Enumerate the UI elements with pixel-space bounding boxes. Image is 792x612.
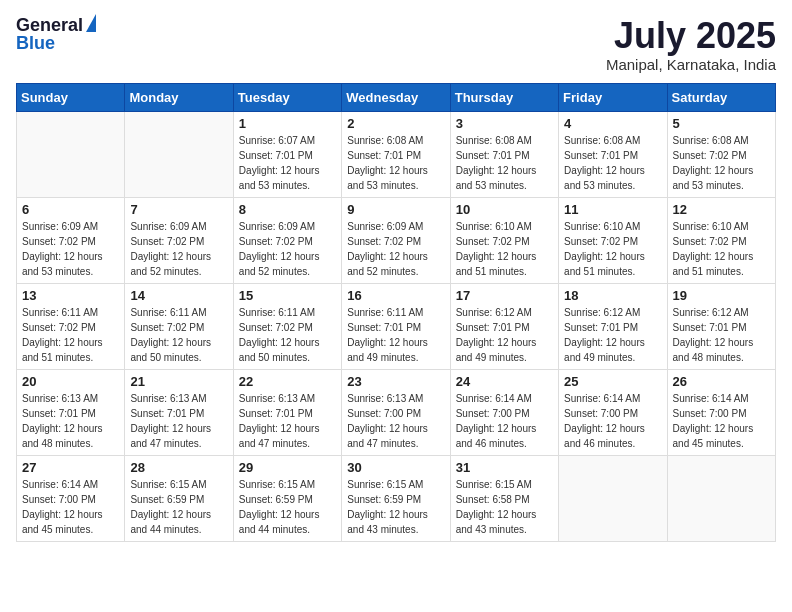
day-number: 13 <box>22 288 119 303</box>
day-detail: Sunrise: 6:14 AM Sunset: 7:00 PM Dayligh… <box>22 477 119 537</box>
day-detail: Sunrise: 6:13 AM Sunset: 7:00 PM Dayligh… <box>347 391 444 451</box>
day-detail: Sunrise: 6:08 AM Sunset: 7:01 PM Dayligh… <box>456 133 553 193</box>
day-detail: Sunrise: 6:14 AM Sunset: 7:00 PM Dayligh… <box>673 391 770 451</box>
day-detail: Sunrise: 6:11 AM Sunset: 7:01 PM Dayligh… <box>347 305 444 365</box>
calendar-cell: 12Sunrise: 6:10 AM Sunset: 7:02 PM Dayli… <box>667 197 775 283</box>
day-detail: Sunrise: 6:09 AM Sunset: 7:02 PM Dayligh… <box>130 219 227 279</box>
calendar-cell: 16Sunrise: 6:11 AM Sunset: 7:01 PM Dayli… <box>342 283 450 369</box>
calendar-cell: 6Sunrise: 6:09 AM Sunset: 7:02 PM Daylig… <box>17 197 125 283</box>
logo-blue-text: Blue <box>16 34 55 52</box>
calendar-cell: 5Sunrise: 6:08 AM Sunset: 7:02 PM Daylig… <box>667 111 775 197</box>
weekday-header-thursday: Thursday <box>450 83 558 111</box>
calendar-cell: 11Sunrise: 6:10 AM Sunset: 7:02 PM Dayli… <box>559 197 667 283</box>
day-number: 9 <box>347 202 444 217</box>
calendar-cell: 19Sunrise: 6:12 AM Sunset: 7:01 PM Dayli… <box>667 283 775 369</box>
calendar-cell <box>125 111 233 197</box>
day-detail: Sunrise: 6:08 AM Sunset: 7:02 PM Dayligh… <box>673 133 770 193</box>
day-number: 11 <box>564 202 661 217</box>
day-number: 25 <box>564 374 661 389</box>
calendar-cell: 15Sunrise: 6:11 AM Sunset: 7:02 PM Dayli… <box>233 283 341 369</box>
logo: General Blue <box>16 16 96 52</box>
calendar-cell: 14Sunrise: 6:11 AM Sunset: 7:02 PM Dayli… <box>125 283 233 369</box>
calendar-cell: 9Sunrise: 6:09 AM Sunset: 7:02 PM Daylig… <box>342 197 450 283</box>
day-detail: Sunrise: 6:08 AM Sunset: 7:01 PM Dayligh… <box>564 133 661 193</box>
week-row-2: 6Sunrise: 6:09 AM Sunset: 7:02 PM Daylig… <box>17 197 776 283</box>
calendar-cell: 2Sunrise: 6:08 AM Sunset: 7:01 PM Daylig… <box>342 111 450 197</box>
day-detail: Sunrise: 6:11 AM Sunset: 7:02 PM Dayligh… <box>22 305 119 365</box>
day-detail: Sunrise: 6:10 AM Sunset: 7:02 PM Dayligh… <box>456 219 553 279</box>
day-number: 27 <box>22 460 119 475</box>
calendar-cell: 13Sunrise: 6:11 AM Sunset: 7:02 PM Dayli… <box>17 283 125 369</box>
calendar-cell: 8Sunrise: 6:09 AM Sunset: 7:02 PM Daylig… <box>233 197 341 283</box>
weekday-header-tuesday: Tuesday <box>233 83 341 111</box>
calendar-table: SundayMondayTuesdayWednesdayThursdayFrid… <box>16 83 776 542</box>
weekday-header-monday: Monday <box>125 83 233 111</box>
calendar-cell: 25Sunrise: 6:14 AM Sunset: 7:00 PM Dayli… <box>559 369 667 455</box>
day-number: 20 <box>22 374 119 389</box>
day-number: 4 <box>564 116 661 131</box>
calendar-header: SundayMondayTuesdayWednesdayThursdayFrid… <box>17 83 776 111</box>
calendar-cell <box>559 455 667 541</box>
day-number: 10 <box>456 202 553 217</box>
day-number: 24 <box>456 374 553 389</box>
calendar-cell <box>667 455 775 541</box>
week-row-4: 20Sunrise: 6:13 AM Sunset: 7:01 PM Dayli… <box>17 369 776 455</box>
day-detail: Sunrise: 6:10 AM Sunset: 7:02 PM Dayligh… <box>673 219 770 279</box>
weekday-header-sunday: Sunday <box>17 83 125 111</box>
calendar-cell: 20Sunrise: 6:13 AM Sunset: 7:01 PM Dayli… <box>17 369 125 455</box>
weekday-header-wednesday: Wednesday <box>342 83 450 111</box>
day-detail: Sunrise: 6:15 AM Sunset: 6:59 PM Dayligh… <box>239 477 336 537</box>
day-number: 17 <box>456 288 553 303</box>
day-detail: Sunrise: 6:07 AM Sunset: 7:01 PM Dayligh… <box>239 133 336 193</box>
day-number: 30 <box>347 460 444 475</box>
day-number: 22 <box>239 374 336 389</box>
calendar-cell: 21Sunrise: 6:13 AM Sunset: 7:01 PM Dayli… <box>125 369 233 455</box>
calendar-cell: 17Sunrise: 6:12 AM Sunset: 7:01 PM Dayli… <box>450 283 558 369</box>
week-row-1: 1Sunrise: 6:07 AM Sunset: 7:01 PM Daylig… <box>17 111 776 197</box>
day-detail: Sunrise: 6:10 AM Sunset: 7:02 PM Dayligh… <box>564 219 661 279</box>
day-detail: Sunrise: 6:14 AM Sunset: 7:00 PM Dayligh… <box>456 391 553 451</box>
calendar-cell: 10Sunrise: 6:10 AM Sunset: 7:02 PM Dayli… <box>450 197 558 283</box>
day-detail: Sunrise: 6:12 AM Sunset: 7:01 PM Dayligh… <box>673 305 770 365</box>
calendar-cell: 26Sunrise: 6:14 AM Sunset: 7:00 PM Dayli… <box>667 369 775 455</box>
day-number: 12 <box>673 202 770 217</box>
day-number: 23 <box>347 374 444 389</box>
location-text: Manipal, Karnataka, India <box>606 56 776 73</box>
week-row-3: 13Sunrise: 6:11 AM Sunset: 7:02 PM Dayli… <box>17 283 776 369</box>
weekday-row: SundayMondayTuesdayWednesdayThursdayFrid… <box>17 83 776 111</box>
calendar-cell: 1Sunrise: 6:07 AM Sunset: 7:01 PM Daylig… <box>233 111 341 197</box>
day-number: 19 <box>673 288 770 303</box>
day-number: 21 <box>130 374 227 389</box>
day-detail: Sunrise: 6:13 AM Sunset: 7:01 PM Dayligh… <box>22 391 119 451</box>
logo-triangle-icon <box>86 14 96 32</box>
calendar-cell <box>17 111 125 197</box>
day-detail: Sunrise: 6:11 AM Sunset: 7:02 PM Dayligh… <box>130 305 227 365</box>
day-number: 3 <box>456 116 553 131</box>
calendar-cell: 23Sunrise: 6:13 AM Sunset: 7:00 PM Dayli… <box>342 369 450 455</box>
day-number: 6 <box>22 202 119 217</box>
page-header: General Blue July 2025 Manipal, Karnatak… <box>16 16 776 73</box>
day-number: 29 <box>239 460 336 475</box>
day-number: 28 <box>130 460 227 475</box>
day-detail: Sunrise: 6:09 AM Sunset: 7:02 PM Dayligh… <box>22 219 119 279</box>
calendar-cell: 31Sunrise: 6:15 AM Sunset: 6:58 PM Dayli… <box>450 455 558 541</box>
day-detail: Sunrise: 6:11 AM Sunset: 7:02 PM Dayligh… <box>239 305 336 365</box>
calendar-cell: 3Sunrise: 6:08 AM Sunset: 7:01 PM Daylig… <box>450 111 558 197</box>
calendar-cell: 30Sunrise: 6:15 AM Sunset: 6:59 PM Dayli… <box>342 455 450 541</box>
day-detail: Sunrise: 6:13 AM Sunset: 7:01 PM Dayligh… <box>130 391 227 451</box>
day-detail: Sunrise: 6:08 AM Sunset: 7:01 PM Dayligh… <box>347 133 444 193</box>
day-number: 31 <box>456 460 553 475</box>
day-detail: Sunrise: 6:12 AM Sunset: 7:01 PM Dayligh… <box>456 305 553 365</box>
day-detail: Sunrise: 6:14 AM Sunset: 7:00 PM Dayligh… <box>564 391 661 451</box>
day-number: 1 <box>239 116 336 131</box>
calendar-cell: 22Sunrise: 6:13 AM Sunset: 7:01 PM Dayli… <box>233 369 341 455</box>
logo-general-text: General <box>16 16 83 34</box>
calendar-cell: 29Sunrise: 6:15 AM Sunset: 6:59 PM Dayli… <box>233 455 341 541</box>
weekday-header-saturday: Saturday <box>667 83 775 111</box>
calendar-cell: 24Sunrise: 6:14 AM Sunset: 7:00 PM Dayli… <box>450 369 558 455</box>
calendar-cell: 4Sunrise: 6:08 AM Sunset: 7:01 PM Daylig… <box>559 111 667 197</box>
title-section: July 2025 Manipal, Karnataka, India <box>606 16 776 73</box>
day-detail: Sunrise: 6:12 AM Sunset: 7:01 PM Dayligh… <box>564 305 661 365</box>
day-number: 5 <box>673 116 770 131</box>
calendar-cell: 7Sunrise: 6:09 AM Sunset: 7:02 PM Daylig… <box>125 197 233 283</box>
